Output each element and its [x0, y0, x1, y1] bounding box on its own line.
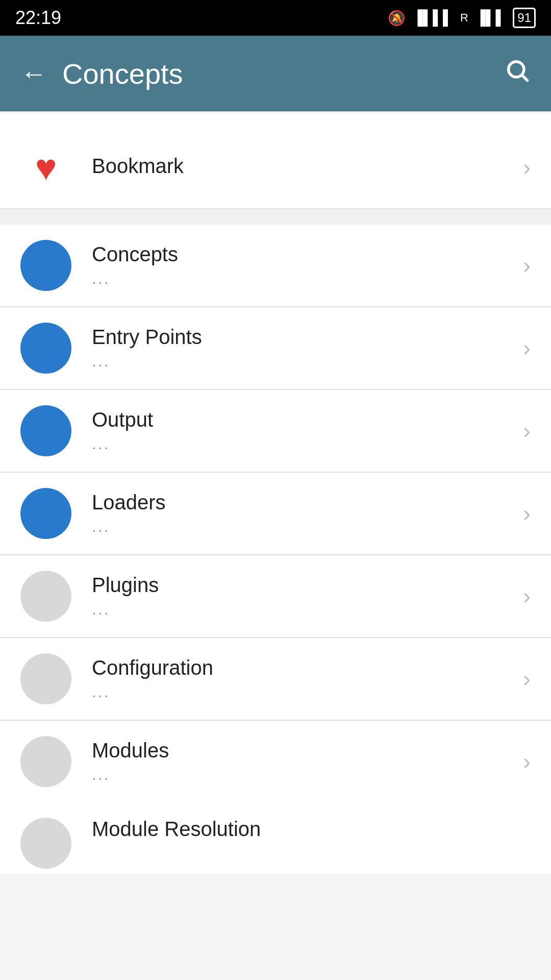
plugins-subtitle: ...: [92, 600, 513, 619]
status-bar: 22:19 🔕 ▐▌▌▌ R ▐▌▌ 91: [0, 0, 551, 36]
modules-title: Modules: [92, 739, 513, 762]
search-button[interactable]: [504, 57, 531, 90]
gap-top: [0, 112, 551, 127]
list-item-loaders[interactable]: Loaders ... ›: [0, 473, 551, 554]
output-chevron: ›: [523, 418, 531, 444]
signal-icon: ▐▌▌▌: [413, 10, 453, 26]
list-item-concepts[interactable]: Concepts ... ›: [0, 225, 551, 306]
page-title: Concepts: [62, 57, 504, 90]
configuration-chevron: ›: [523, 666, 531, 692]
partial-icon: [20, 818, 71, 869]
list-item-bookmark[interactable]: ♥ Bookmark ›: [0, 127, 551, 208]
status-icons: 🔕 ▐▌▌▌ R ▐▌▌ 91: [388, 8, 536, 28]
entry-points-subtitle: ...: [92, 352, 513, 371]
bookmark-icon: ♥: [20, 142, 71, 193]
list-item-output[interactable]: Output ... ›: [0, 390, 551, 472]
back-button[interactable]: ←: [20, 58, 47, 89]
output-icon: [20, 405, 71, 456]
list-item-entry-points[interactable]: Entry Points ... ›: [0, 307, 551, 389]
plugins-icon: [20, 571, 71, 622]
output-title: Output: [92, 408, 513, 431]
bookmark-content: Bookmark: [92, 155, 513, 181]
modules-subtitle: ...: [92, 765, 513, 784]
plugins-content: Plugins ...: [92, 574, 513, 619]
partial-content: Module Resolution: [92, 818, 531, 844]
plugins-chevron: ›: [523, 583, 531, 609]
loaders-icon: [20, 488, 71, 539]
entry-points-chevron: ›: [523, 335, 531, 361]
concepts-subtitle: ...: [92, 269, 513, 288]
battery-indicator: 91: [513, 8, 536, 28]
heart-icon: ♥: [35, 146, 57, 188]
section-gap-1: [0, 209, 551, 225]
output-content: Output ...: [92, 408, 513, 453]
loaders-chevron: ›: [523, 501, 531, 526]
configuration-title: Configuration: [92, 656, 513, 679]
plugins-title: Plugins: [92, 574, 513, 597]
entry-points-title: Entry Points: [92, 326, 513, 349]
configuration-content: Configuration ...: [92, 656, 513, 701]
mute-icon: 🔕: [388, 10, 406, 27]
modules-content: Modules ...: [92, 739, 513, 784]
concepts-title: Concepts: [92, 243, 513, 266]
output-subtitle: ...: [92, 434, 513, 453]
list-item-configuration[interactable]: Configuration ... ›: [0, 638, 551, 720]
entry-points-content: Entry Points ...: [92, 326, 513, 371]
concepts-content: Concepts ...: [92, 243, 513, 288]
list-item-partial[interactable]: Module Resolution: [0, 802, 551, 874]
loaders-title: Loaders: [92, 491, 513, 514]
loaders-subtitle: ...: [92, 517, 513, 536]
bookmark-chevron: ›: [523, 155, 531, 180]
modules-chevron: ›: [523, 749, 531, 774]
bookmark-title: Bookmark: [92, 155, 513, 178]
list-item-plugins[interactable]: Plugins ... ›: [0, 555, 551, 637]
concepts-icon: [20, 240, 71, 291]
partial-title: Module Resolution: [92, 818, 531, 841]
loaders-content: Loaders ...: [92, 491, 513, 536]
entry-points-icon: [20, 323, 71, 374]
list-container: Concepts ... › Entry Points ... › Output…: [0, 225, 551, 802]
roaming-icon: R: [460, 11, 468, 24]
configuration-subtitle: ...: [92, 682, 513, 701]
modules-icon: [20, 736, 71, 787]
svg-line-1: [522, 76, 527, 80]
signal2-icon: ▐▌▌: [475, 10, 506, 26]
app-bar: ← Concepts: [0, 36, 551, 111]
concepts-chevron: ›: [523, 253, 531, 278]
configuration-icon: [20, 653, 71, 704]
list-item-modules[interactable]: Modules ... ›: [0, 721, 551, 802]
status-time: 22:19: [15, 7, 61, 29]
